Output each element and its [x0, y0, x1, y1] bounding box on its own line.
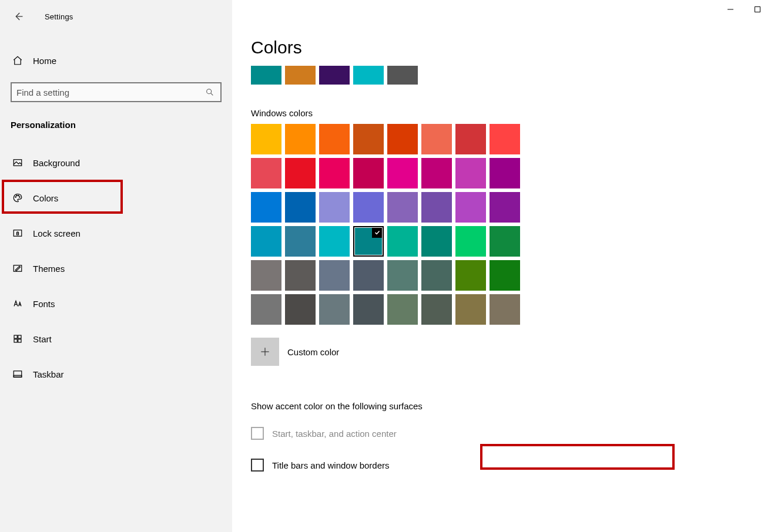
color-swatch[interactable] [319, 124, 350, 154]
color-swatch[interactable] [319, 158, 350, 188]
color-swatch[interactable] [319, 226, 350, 257]
color-swatch[interactable] [353, 226, 384, 257]
checkmark-icon [372, 227, 383, 238]
color-swatch[interactable] [387, 226, 418, 257]
sidebar-item-label: Start [33, 334, 52, 344]
color-swatch[interactable] [353, 124, 384, 154]
sidebar-item-label: Themes [33, 264, 65, 274]
color-swatch[interactable] [455, 124, 486, 154]
svg-point-0 [207, 89, 212, 94]
search-box[interactable] [11, 82, 222, 102]
color-swatch[interactable] [490, 158, 520, 188]
color-swatch[interactable] [421, 158, 452, 188]
color-swatch[interactable] [319, 294, 350, 325]
start-icon [12, 333, 24, 345]
surface-option: Start, taskbar, and action center [251, 422, 771, 445]
color-swatch[interactable] [490, 294, 520, 325]
color-swatch[interactable] [387, 260, 418, 291]
custom-color-label: Custom color [287, 347, 339, 357]
color-swatch[interactable] [285, 158, 316, 188]
svg-point-2 [15, 197, 16, 198]
maximize-button[interactable] [744, 0, 771, 19]
color-swatch[interactable] [251, 192, 281, 223]
palette-icon [12, 192, 24, 204]
home-nav[interactable]: Home [0, 46, 232, 75]
fonts-icon [12, 298, 24, 309]
color-swatch[interactable] [387, 124, 418, 154]
sidebar-item-label: Colors [33, 193, 58, 203]
svg-rect-11 [14, 339, 17, 342]
color-swatch[interactable] [353, 192, 384, 223]
maximize-icon [754, 6, 761, 13]
color-swatch[interactable] [387, 294, 418, 325]
recent-color-swatch[interactable] [319, 66, 350, 85]
svg-rect-15 [755, 7, 760, 12]
color-swatch[interactable] [251, 158, 281, 188]
sidebar-item-colors[interactable]: Colors [0, 180, 232, 216]
sidebar-item-fonts[interactable]: Fonts [0, 286, 232, 321]
checkbox[interactable] [251, 459, 264, 472]
color-swatch[interactable] [285, 294, 316, 325]
sidebar-item-lock-screen[interactable]: Lock screen [0, 216, 232, 251]
arrow-left-icon [13, 11, 24, 22]
color-swatch[interactable] [353, 260, 384, 291]
lockscreen-icon [12, 227, 24, 239]
color-swatch[interactable] [490, 260, 520, 291]
category-title: Personalization [0, 102, 232, 134]
color-swatch[interactable] [455, 226, 486, 257]
minimize-icon [727, 6, 734, 13]
sidebar-item-taskbar[interactable]: Taskbar [0, 356, 232, 392]
sidebar-item-label: Taskbar [33, 369, 64, 379]
color-swatch[interactable] [353, 294, 384, 325]
sidebar-item-label: Background [33, 158, 80, 168]
svg-point-5 [19, 197, 21, 198]
color-swatch[interactable] [455, 260, 486, 291]
color-swatch[interactable] [387, 158, 418, 188]
color-swatch[interactable] [421, 294, 452, 325]
sidebar-item-label: Fonts [33, 299, 55, 309]
color-swatch[interactable] [285, 260, 316, 291]
recent-color-swatch[interactable] [387, 66, 418, 85]
search-icon [204, 86, 216, 98]
color-swatch[interactable] [455, 294, 486, 325]
svg-rect-10 [18, 335, 21, 338]
color-swatch[interactable] [490, 124, 520, 154]
surface-label: Title bars and window borders [272, 460, 390, 470]
search-input[interactable] [16, 87, 204, 97]
color-swatch[interactable] [421, 260, 452, 291]
color-swatch[interactable] [285, 226, 316, 257]
color-swatch[interactable] [319, 260, 350, 291]
color-swatch[interactable] [251, 226, 281, 257]
color-swatch[interactable] [490, 226, 520, 257]
back-button[interactable] [8, 6, 28, 26]
color-swatch[interactable] [285, 124, 316, 154]
sidebar-item-background[interactable]: Background [0, 145, 232, 180]
color-swatch[interactable] [455, 192, 486, 223]
custom-color-button[interactable] [251, 338, 279, 366]
color-swatch[interactable] [319, 192, 350, 223]
checkbox [251, 427, 264, 440]
color-swatch[interactable] [285, 192, 316, 223]
color-swatch[interactable] [421, 226, 452, 257]
color-swatch[interactable] [251, 294, 281, 325]
recent-color-swatch[interactable] [353, 66, 384, 85]
color-swatch[interactable] [353, 158, 384, 188]
color-swatch[interactable] [421, 124, 452, 154]
color-swatch[interactable] [421, 192, 452, 223]
color-swatch[interactable] [251, 124, 281, 154]
svg-rect-9 [14, 335, 17, 338]
recent-color-swatch[interactable] [251, 66, 281, 85]
sidebar-item-start[interactable]: Start [0, 321, 232, 356]
sidebar-item-themes[interactable]: Themes [0, 251, 232, 286]
sidebar-item-label: Lock screen [33, 228, 81, 238]
minimize-button[interactable] [717, 0, 744, 19]
recent-color-swatch[interactable] [285, 66, 316, 85]
svg-point-4 [18, 195, 19, 196]
color-swatch[interactable] [387, 192, 418, 223]
color-swatch[interactable] [251, 260, 281, 291]
color-swatch[interactable] [455, 158, 486, 188]
home-icon [12, 55, 24, 66]
color-swatch[interactable] [490, 192, 520, 223]
windows-colors-label: Windows colors [251, 108, 771, 118]
surface-option[interactable]: Title bars and window borders [251, 453, 771, 477]
